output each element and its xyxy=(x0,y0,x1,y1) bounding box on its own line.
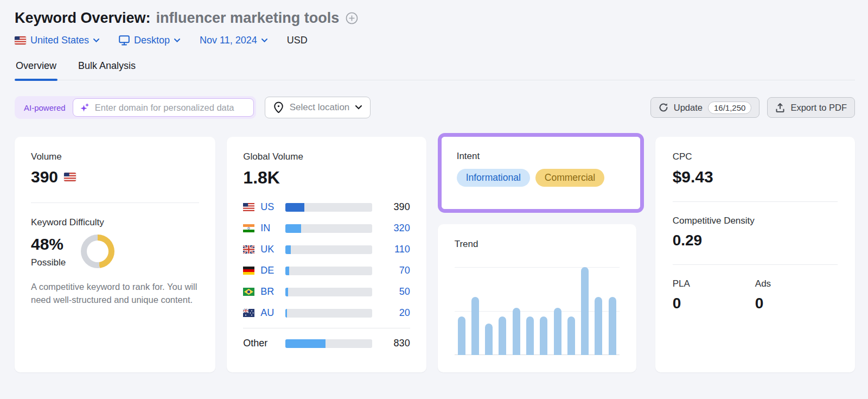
global-volume-row: BR50 xyxy=(243,281,410,302)
competitive-density-value: 0.29 xyxy=(673,232,838,249)
global-volume-list: US390IN320UK110DE70BR50AU20 xyxy=(243,197,410,324)
global-volume-row: AU20 xyxy=(243,302,410,324)
global-volume-card: Global Volume 1.8K US390IN320UK110DE70BR… xyxy=(227,137,426,372)
volume-value: 390 xyxy=(31,168,58,186)
flag-uk-icon xyxy=(243,245,255,254)
kd-label: Keyword Difficulty xyxy=(31,217,199,228)
domain-input-box xyxy=(73,98,254,117)
device-dropdown[interactable]: Desktop xyxy=(119,35,180,46)
toolbar: AI-powered Select location xyxy=(15,96,855,119)
trend-card: Trend xyxy=(438,224,636,372)
chevron-down-icon xyxy=(174,39,180,42)
kd-description: A competitive keyword to rank for. You w… xyxy=(31,281,199,307)
intent-card: Intent Informational Commercial xyxy=(442,137,640,209)
trend-bar xyxy=(458,316,465,355)
trend-bar xyxy=(485,324,493,355)
trend-bar xyxy=(595,297,602,355)
global-volume-row: UK110 xyxy=(243,239,410,260)
select-location-dropdown[interactable]: Select location xyxy=(265,97,371,118)
volume-value: 20 xyxy=(381,307,410,319)
ai-powered-badge: AI-powered xyxy=(17,103,73,112)
flag-br-icon xyxy=(243,288,255,296)
chevron-down-icon xyxy=(355,105,362,110)
trend-label: Trend xyxy=(455,239,620,250)
volume-value: 110 xyxy=(381,244,410,255)
trend-chart xyxy=(455,267,620,355)
volume-label: Volume xyxy=(31,151,199,162)
chevron-down-icon xyxy=(261,39,267,42)
volume-card: Volume 390 Keyword Difficulty 48% Possib… xyxy=(15,137,215,372)
volume-bar xyxy=(285,224,372,233)
kd-level: Possible xyxy=(31,257,66,268)
page-title: Keyword Overview: xyxy=(15,10,151,27)
flag-in-icon xyxy=(243,224,255,232)
country-link-de[interactable]: DE xyxy=(260,265,285,276)
volume-bar xyxy=(285,267,372,275)
intent-label: Intent xyxy=(457,151,625,162)
location-dropdown[interactable]: United States xyxy=(15,35,99,46)
country-link-br[interactable]: BR xyxy=(260,286,285,297)
currency-label: USD xyxy=(287,35,308,46)
flag-au-icon xyxy=(243,309,255,317)
location-pin-icon xyxy=(273,102,284,113)
trend-bar xyxy=(609,297,616,355)
global-volume-row: US390 xyxy=(243,197,410,218)
intent-badge-informational: Informational xyxy=(457,169,530,187)
volume-value: 320 xyxy=(381,223,410,234)
intent-badge-commercial: Commercial xyxy=(535,169,604,187)
trend-bar xyxy=(499,316,506,355)
country-link-in[interactable]: IN xyxy=(260,223,285,234)
volume-bar xyxy=(285,203,372,212)
intent-highlight-frame: Intent Informational Commercial xyxy=(438,133,644,213)
refresh-icon xyxy=(659,103,668,112)
chevron-down-icon xyxy=(93,39,99,42)
desktop-icon xyxy=(119,35,130,46)
keyword-overview-page: Keyword Overview: influencer marketing t… xyxy=(0,0,868,372)
global-volume-label: Global Volume xyxy=(243,151,410,162)
global-volume-value: 1.8K xyxy=(243,168,410,188)
trend-bars xyxy=(458,267,616,355)
volume-bar xyxy=(285,339,372,348)
other-value: 830 xyxy=(381,338,410,349)
cpc-value: $9.43 xyxy=(673,168,838,186)
trend-bar xyxy=(513,308,520,355)
date-dropdown[interactable]: Nov 11, 2024 xyxy=(200,35,267,46)
ads-label: Ads xyxy=(755,278,838,289)
global-volume-other-row: Other 830 xyxy=(243,333,410,354)
export-pdf-button[interactable]: Export to PDF xyxy=(767,97,855,118)
flag-us-icon xyxy=(64,173,76,181)
intent-trend-column: Intent Informational Commercial Trend xyxy=(438,137,644,372)
volume-bar xyxy=(285,309,372,318)
filter-bar: United States Desktop Nov 11, 2024 USD xyxy=(15,35,855,46)
other-label: Other xyxy=(243,338,285,349)
cpc-label: CPC xyxy=(673,151,838,162)
update-counter: 16/1,250 xyxy=(708,102,751,114)
competitive-density-label: Competitive Density xyxy=(673,216,838,226)
country-link-au[interactable]: AU xyxy=(260,307,285,319)
volume-bar xyxy=(285,288,372,296)
trend-bar xyxy=(540,316,547,355)
pla-label: PLA xyxy=(673,278,755,289)
country-link-us[interactable]: US xyxy=(260,201,285,213)
tab-bulk-analysis[interactable]: Bulk Analysis xyxy=(77,60,137,80)
trend-bar xyxy=(581,267,589,355)
global-volume-row: DE70 xyxy=(243,260,410,281)
kd-value: 48% xyxy=(31,235,66,254)
kd-donut-chart xyxy=(81,235,114,268)
pla-value: 0 xyxy=(673,295,755,312)
volume-bar xyxy=(285,245,372,254)
flag-de-icon xyxy=(243,267,255,275)
volume-value: 70 xyxy=(381,265,410,276)
trend-bar xyxy=(471,297,479,355)
domain-input[interactable] xyxy=(95,103,247,113)
volume-value: 390 xyxy=(381,201,410,213)
trend-bar xyxy=(554,308,561,355)
ai-domain-group: AI-powered xyxy=(15,96,256,119)
country-link-uk[interactable]: UK xyxy=(260,244,285,255)
tab-overview[interactable]: Overview xyxy=(15,60,58,80)
trend-bar xyxy=(567,316,575,355)
add-keyword-icon[interactable] xyxy=(346,12,358,24)
update-button[interactable]: Update 16/1,250 xyxy=(650,97,760,118)
sparkle-icon xyxy=(80,103,90,113)
ads-value: 0 xyxy=(755,295,838,312)
